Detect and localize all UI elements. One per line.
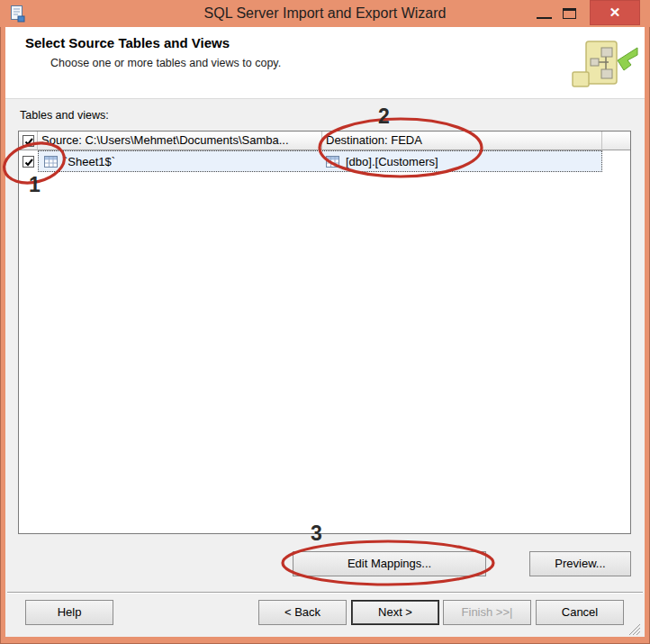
edit-mappings-button[interactable]: Edit Mappings... (293, 551, 486, 576)
wizard-diagram-icon (572, 39, 638, 93)
resize-grip[interactable] (628, 623, 640, 635)
wizard-page-header: Select Source Tables and Views Choose on… (5, 27, 645, 99)
maximize-button[interactable] (560, 0, 583, 25)
row-checkbox-cell (19, 150, 38, 172)
source-cell: `Sheet1$` (39, 155, 322, 168)
select-all-checkbox[interactable] (23, 135, 34, 147)
table-icon (326, 156, 339, 168)
help-button[interactable]: Help (25, 600, 113, 625)
page-subtitle: Choose one or more tables and views to c… (50, 57, 281, 69)
cancel-button[interactable]: Cancel (536, 600, 624, 625)
dialog-content: Select Source Tables and Views Choose on… (5, 27, 645, 637)
titlebar: SQL Server Import and Export Wizard ✕ (0, 0, 650, 27)
source-table-name: `Sheet1$` (64, 155, 115, 168)
preview-button[interactable]: Preview... (529, 551, 631, 576)
minimize-button[interactable] (531, 0, 558, 25)
destination-table-name: [dbo].[Customers] (346, 155, 438, 168)
filler-column-header (602, 132, 630, 150)
destination-cell[interactable]: [dbo].[Customers] (322, 155, 438, 168)
maximize-icon (563, 8, 576, 19)
back-button[interactable]: < Back (258, 600, 347, 625)
grid-header-row: Source: C:\Users\Mehmet\Documents\Samba.… (19, 132, 630, 150)
table-row[interactable]: `Sheet1$` [dbo].[Customers] (19, 150, 630, 172)
tables-and-views-label: Tables and views: (20, 109, 109, 122)
close-button[interactable]: ✕ (590, 0, 640, 25)
wizard-window: SQL Server Import and Export Wizard ✕ Se… (0, 0, 650, 644)
row-checkbox[interactable] (23, 156, 34, 168)
page-title: Select Source Tables and Views (25, 35, 230, 50)
tables-grid: Source: C:\Users\Mehmet\Documents\Samba.… (18, 131, 631, 534)
wizard-page-body: Tables and views: Source: C:\Users\Mehme… (5, 100, 645, 637)
checkmark-icon (23, 157, 35, 168)
destination-column-header[interactable]: Destination: FEDA (322, 132, 602, 150)
selected-row-highlight: `Sheet1$` [dbo].[Customers] (38, 150, 602, 172)
next-button[interactable]: Next > (351, 600, 439, 625)
source-column-header[interactable]: Source: C:\Users\Mehmet\Documents\Samba.… (38, 132, 322, 150)
minimize-icon (537, 17, 552, 19)
footer-separator (7, 592, 643, 594)
finish-button: Finish >>| (443, 600, 531, 625)
table-icon (44, 156, 58, 168)
select-all-header-cell[interactable] (19, 132, 38, 150)
checkmark-icon (23, 136, 35, 148)
